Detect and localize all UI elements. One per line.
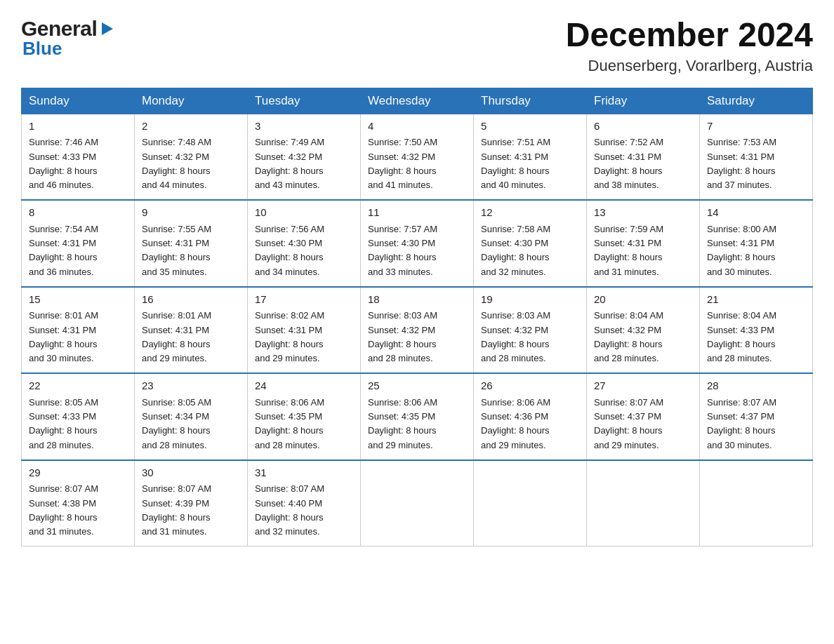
table-row: 24 Sunrise: 8:06 AM Sunset: 4:35 PM Dayl…	[248, 373, 361, 460]
table-row: 23 Sunrise: 8:05 AM Sunset: 4:34 PM Dayl…	[135, 373, 248, 460]
daylight-minutes: and 35 minutes.	[142, 267, 207, 277]
daylight-minutes: and 32 minutes.	[255, 526, 320, 537]
month-title: December 2024	[566, 17, 813, 54]
sunset-info: Sunset: 4:31 PM	[481, 152, 548, 162]
sunrise-info: Sunrise: 8:05 AM	[142, 397, 211, 408]
day-number: 23	[142, 378, 240, 394]
sunset-info: Sunset: 4:37 PM	[594, 411, 661, 422]
daylight-minutes: and 41 minutes.	[368, 180, 433, 190]
daylight-minutes: and 38 minutes.	[594, 180, 659, 190]
table-row: 11 Sunrise: 7:57 AM Sunset: 4:30 PM Dayl…	[361, 200, 474, 287]
daylight-minutes: and 28 minutes.	[142, 440, 207, 450]
sunset-info: Sunset: 4:31 PM	[707, 238, 774, 248]
daylight-label: Daylight: 8 hours	[594, 166, 663, 176]
day-number: 27	[594, 378, 692, 394]
table-row: 27 Sunrise: 8:07 AM Sunset: 4:37 PM Dayl…	[587, 373, 700, 460]
daylight-minutes: and 30 minutes.	[707, 440, 772, 450]
sunset-info: Sunset: 4:31 PM	[29, 325, 96, 335]
day-number: 26	[481, 378, 579, 394]
daylight-label: Daylight: 8 hours	[255, 252, 324, 262]
day-number: 24	[255, 378, 353, 394]
location-title: Duenserberg, Vorarlberg, Austria	[566, 57, 813, 75]
daylight-label: Daylight: 8 hours	[481, 425, 550, 436]
daylight-minutes: and 43 minutes.	[255, 180, 320, 190]
sunrise-info: Sunrise: 8:02 AM	[255, 310, 324, 321]
daylight-label: Daylight: 8 hours	[707, 425, 776, 436]
daylight-label: Daylight: 8 hours	[142, 252, 211, 262]
table-row: 3 Sunrise: 7:49 AM Sunset: 4:32 PM Dayli…	[248, 114, 361, 200]
daylight-minutes: and 29 minutes.	[368, 440, 433, 450]
title-area: December 2024 Duenserberg, Vorarlberg, A…	[566, 17, 813, 75]
daylight-label: Daylight: 8 hours	[481, 339, 550, 349]
day-number: 31	[255, 465, 353, 481]
daylight-minutes: and 34 minutes.	[255, 267, 320, 277]
sunset-info: Sunset: 4:36 PM	[481, 411, 548, 422]
day-number: 15	[29, 292, 127, 308]
table-row: 28 Sunrise: 8:07 AM Sunset: 4:37 PM Dayl…	[700, 373, 813, 460]
calendar-week-row: 1 Sunrise: 7:46 AM Sunset: 4:33 PM Dayli…	[22, 114, 813, 200]
daylight-minutes: and 44 minutes.	[142, 180, 207, 190]
sunset-info: Sunset: 4:31 PM	[594, 152, 661, 162]
daylight-label: Daylight: 8 hours	[142, 166, 211, 176]
table-row: 4 Sunrise: 7:50 AM Sunset: 4:32 PM Dayli…	[361, 114, 474, 200]
col-monday: Monday	[135, 88, 248, 114]
sunset-info: Sunset: 4:33 PM	[29, 152, 96, 162]
daylight-minutes: and 28 minutes.	[481, 353, 546, 363]
daylight-label: Daylight: 8 hours	[255, 512, 324, 523]
day-number: 12	[481, 205, 579, 221]
daylight-minutes: and 28 minutes.	[368, 353, 433, 363]
table-row: 25 Sunrise: 8:06 AM Sunset: 4:35 PM Dayl…	[361, 373, 474, 460]
table-row: 22 Sunrise: 8:05 AM Sunset: 4:33 PM Dayl…	[22, 373, 135, 460]
sunrise-info: Sunrise: 7:48 AM	[142, 137, 211, 147]
table-row: 2 Sunrise: 7:48 AM Sunset: 4:32 PM Dayli…	[135, 114, 248, 200]
sunset-info: Sunset: 4:30 PM	[368, 238, 435, 248]
table-row: 15 Sunrise: 8:01 AM Sunset: 4:31 PM Dayl…	[22, 287, 135, 374]
daylight-label: Daylight: 8 hours	[368, 166, 437, 176]
table-row: 7 Sunrise: 7:53 AM Sunset: 4:31 PM Dayli…	[700, 114, 813, 200]
sunrise-info: Sunrise: 8:06 AM	[368, 397, 437, 408]
table-row	[700, 460, 813, 546]
day-number: 4	[368, 119, 466, 135]
table-row: 16 Sunrise: 8:01 AM Sunset: 4:31 PM Dayl…	[135, 287, 248, 374]
daylight-label: Daylight: 8 hours	[29, 339, 98, 349]
day-number: 25	[368, 378, 466, 394]
daylight-minutes: and 29 minutes.	[594, 440, 659, 450]
day-number: 30	[142, 465, 240, 481]
daylight-minutes: and 28 minutes.	[29, 440, 94, 450]
day-number: 6	[594, 119, 692, 135]
day-number: 9	[142, 205, 240, 221]
sunset-info: Sunset: 4:31 PM	[29, 238, 96, 248]
daylight-label: Daylight: 8 hours	[368, 339, 437, 349]
col-wednesday: Wednesday	[361, 88, 474, 114]
sunrise-info: Sunrise: 8:01 AM	[29, 310, 98, 321]
col-thursday: Thursday	[474, 88, 587, 114]
daylight-minutes: and 46 minutes.	[29, 180, 94, 190]
table-row: 9 Sunrise: 7:55 AM Sunset: 4:31 PM Dayli…	[135, 200, 248, 287]
sunrise-info: Sunrise: 7:58 AM	[481, 224, 550, 234]
table-row	[587, 460, 700, 546]
sunset-info: Sunset: 4:32 PM	[481, 325, 548, 335]
sunrise-info: Sunrise: 7:53 AM	[707, 137, 776, 147]
daylight-label: Daylight: 8 hours	[368, 425, 437, 436]
daylight-minutes: and 31 minutes.	[29, 526, 94, 537]
table-row: 18 Sunrise: 8:03 AM Sunset: 4:32 PM Dayl…	[361, 287, 474, 374]
daylight-label: Daylight: 8 hours	[142, 339, 211, 349]
table-row: 8 Sunrise: 7:54 AM Sunset: 4:31 PM Dayli…	[22, 200, 135, 287]
daylight-minutes: and 28 minutes.	[594, 353, 659, 363]
sunset-info: Sunset: 4:32 PM	[142, 152, 209, 162]
daylight-minutes: and 30 minutes.	[29, 353, 94, 363]
logo-blue-text: Blue	[22, 38, 62, 60]
sunset-info: Sunset: 4:33 PM	[29, 411, 96, 422]
table-row: 12 Sunrise: 7:58 AM Sunset: 4:30 PM Dayl…	[474, 200, 587, 287]
calendar-week-row: 8 Sunrise: 7:54 AM Sunset: 4:31 PM Dayli…	[22, 200, 813, 287]
daylight-label: Daylight: 8 hours	[368, 252, 437, 262]
sunrise-info: Sunrise: 7:56 AM	[255, 224, 324, 234]
daylight-minutes: and 31 minutes.	[142, 526, 207, 537]
day-number: 10	[255, 205, 353, 221]
svg-marker-0	[102, 22, 113, 35]
daylight-label: Daylight: 8 hours	[707, 339, 776, 349]
sunset-info: Sunset: 4:37 PM	[707, 411, 774, 422]
day-number: 22	[29, 378, 127, 394]
table-row: 6 Sunrise: 7:52 AM Sunset: 4:31 PM Dayli…	[587, 114, 700, 200]
daylight-label: Daylight: 8 hours	[481, 252, 550, 262]
